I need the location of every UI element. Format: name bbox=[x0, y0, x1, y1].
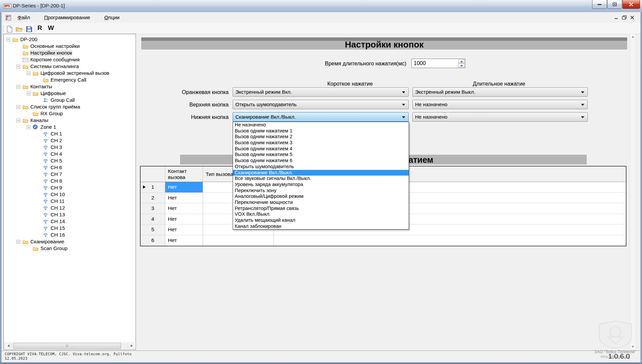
menu-item-1[interactable]: Программирование bbox=[42, 13, 92, 21]
read-button[interactable]: R bbox=[37, 24, 42, 32]
menu-item-0[interactable]: Файл bbox=[16, 13, 32, 21]
contact-cell[interactable]: Нет bbox=[165, 193, 203, 203]
window-minimize-button[interactable] bbox=[592, 0, 607, 9]
tree-item-26[interactable]: CH 13 bbox=[4, 211, 136, 218]
top-short-press-combobox[interactable]: Открыть шумоподавитель bbox=[233, 100, 409, 109]
tree-item-13[interactable]: Zone 1 bbox=[4, 124, 136, 130]
scrollbar-thumb[interactable] bbox=[13, 343, 121, 349]
tree-item-23[interactable]: CH 10 bbox=[4, 191, 136, 198]
contact-cell[interactable]: Нет bbox=[165, 214, 203, 224]
main-vertical-scrollbar[interactable] bbox=[630, 34, 636, 350]
orange-long-press-combobox[interactable]: Экстренный режим Выкл. bbox=[412, 87, 588, 97]
tree-item-28[interactable]: CH 15 bbox=[4, 225, 136, 232]
bottom-short-press-combobox[interactable]: Сканирование Вкл./Выкл. bbox=[233, 112, 409, 122]
dropdown-option-0[interactable]: Не назначено bbox=[233, 122, 409, 128]
dropdown-option-13[interactable]: Переключение мощности bbox=[233, 200, 409, 206]
write-button[interactable]: W bbox=[48, 24, 54, 32]
contact-cell[interactable]: Нет bbox=[165, 224, 203, 235]
tree-item-27[interactable]: CH 14 bbox=[4, 218, 136, 225]
tree-item-19[interactable]: CH 6 bbox=[4, 164, 136, 171]
tree-item-4[interactable]: Системы сигналинга bbox=[4, 63, 136, 70]
tree-item-11[interactable]: RX Group bbox=[4, 110, 136, 117]
dropdown-option-10[interactable]: Уровень заряда аккумулятора bbox=[233, 182, 409, 188]
dropdown-option-8[interactable]: Сканирование Вкл./Выкл. bbox=[233, 170, 409, 176]
row-selector[interactable]: 4 bbox=[141, 214, 165, 224]
contact-cell[interactable]: Нет bbox=[165, 203, 203, 214]
row-selector[interactable]: 6 bbox=[141, 235, 165, 246]
toolbar-grip[interactable] bbox=[3, 26, 4, 32]
contact-cell[interactable]: Нет bbox=[165, 182, 203, 192]
top-long-press-combobox[interactable]: Не назначено bbox=[412, 100, 588, 109]
long-press-time-input[interactable] bbox=[412, 59, 460, 68]
tree-item-22[interactable]: CH 9 bbox=[4, 184, 136, 191]
orange-short-press-combobox[interactable]: Экстренный режим Вкл. bbox=[233, 87, 409, 97]
tree-collapse-icon[interactable] bbox=[17, 240, 20, 244]
tree-collapse-icon[interactable] bbox=[17, 119, 20, 122]
tree-item-0[interactable]: DP-200 bbox=[4, 36, 136, 43]
call-type-cell[interactable] bbox=[203, 235, 274, 246]
dropdown-option-4[interactable]: Вызов одним нажатием 4 bbox=[233, 146, 409, 152]
tree-item-17[interactable]: CH 4 bbox=[4, 151, 136, 157]
new-file-button[interactable] bbox=[5, 25, 13, 33]
dropdown-option-1[interactable]: Вызов одним нажатием 1 bbox=[233, 128, 409, 134]
scroll-right-arrow-icon[interactable] bbox=[128, 342, 134, 349]
dropdown-option-14[interactable]: Ретранслятор/Прямая связь bbox=[233, 206, 409, 212]
title-bar[interactable]: DPS DP-Series - [DP-200-1] bbox=[0, 0, 642, 12]
scroll-left-arrow-icon[interactable] bbox=[4, 342, 11, 349]
tree-item-8[interactable]: Цифровые bbox=[4, 90, 136, 97]
tree-item-25[interactable]: CH 12 bbox=[4, 205, 136, 211]
contact-cell[interactable]: Нет bbox=[165, 235, 203, 246]
tree-item-10[interactable]: Список групп приёма bbox=[4, 103, 136, 110]
tree-item-9[interactable]: Group Call bbox=[4, 97, 136, 103]
row-selector[interactable]: 1 bbox=[141, 182, 165, 192]
tree-item-6[interactable]: Emergency Call bbox=[4, 77, 136, 83]
row-selector[interactable]: 2 bbox=[141, 193, 165, 203]
tree-item-3[interactable]: Короткие сообщения bbox=[4, 56, 136, 63]
dropdown-option-11[interactable]: Переключить зону bbox=[233, 188, 409, 194]
tree-item-5[interactable]: Цифровой экстренный вызов bbox=[4, 70, 136, 77]
tree-item-12[interactable]: Каналы bbox=[4, 117, 136, 124]
combobox-dropdown-list[interactable]: Не назначеноВызов одним нажатием 1Вызов … bbox=[233, 122, 409, 230]
tree-item-2[interactable]: Настройки кнопок bbox=[4, 50, 136, 56]
tree-horizontal-scrollbar[interactable] bbox=[4, 342, 134, 349]
tree-view[interactable]: DP-200Основные настройкиНастройки кнопок… bbox=[3, 34, 136, 350]
mdi-close-button[interactable] bbox=[630, 15, 634, 21]
dropdown-option-12[interactable]: Аналоговый/Цифровой режим bbox=[233, 193, 409, 200]
dropdown-option-3[interactable]: Вызов одним нажатием 3 bbox=[233, 140, 409, 146]
dropdown-option-6[interactable]: Вызов одним нажатием 6 bbox=[233, 158, 409, 164]
tree-collapse-icon[interactable] bbox=[17, 85, 20, 89]
spinner-down-button[interactable] bbox=[458, 63, 465, 67]
dropdown-option-7[interactable]: Открыть шумоподавитель bbox=[233, 164, 409, 170]
dropdown-option-9[interactable]: Все звуковые сигналы Вкл./Выкл. bbox=[233, 176, 409, 182]
tree-collapse-icon[interactable] bbox=[27, 71, 30, 75]
window-maximize-button[interactable] bbox=[607, 0, 622, 9]
tree-item-14[interactable]: CH 1 bbox=[4, 130, 136, 137]
tree-collapse-icon[interactable] bbox=[27, 92, 30, 95]
tree-item-16[interactable]: CH 3 bbox=[4, 144, 136, 151]
tree-item-15[interactable]: CH 2 bbox=[4, 137, 136, 144]
window-close-button[interactable] bbox=[622, 0, 640, 9]
dropdown-option-17[interactable]: Канал заблокирован bbox=[233, 223, 409, 230]
row-selector[interactable]: 3 bbox=[141, 203, 165, 214]
dropdown-option-2[interactable]: Вызов одним нажатием 2 bbox=[233, 134, 409, 140]
tree-item-30[interactable]: Сканирование bbox=[4, 238, 136, 245]
tree-item-31[interactable]: Scan Group bbox=[4, 245, 136, 252]
bottom-long-press-combobox[interactable]: Не назначено bbox=[412, 112, 588, 122]
tree-collapse-icon[interactable] bbox=[17, 105, 20, 109]
tree-collapse-icon[interactable] bbox=[6, 38, 10, 41]
menu-item-2[interactable]: Опции bbox=[102, 13, 121, 21]
dropdown-option-5[interactable]: Вызов одним нажатием 5 bbox=[233, 152, 409, 158]
tree-item-21[interactable]: CH 8 bbox=[4, 178, 136, 184]
dropdown-option-16[interactable]: Удалить мещающий канал bbox=[233, 217, 409, 223]
tree-item-20[interactable]: CH 7 bbox=[4, 171, 136, 178]
tree-item-1[interactable]: Основные настройки bbox=[4, 43, 136, 50]
tree-item-18[interactable]: CH 5 bbox=[4, 157, 136, 164]
scroll-down-arrow-icon[interactable] bbox=[630, 344, 636, 350]
tree-item-29[interactable]: CH 16 bbox=[4, 232, 136, 238]
tree-item-7[interactable]: Контакты bbox=[4, 83, 136, 90]
scroll-up-arrow-icon[interactable] bbox=[630, 34, 636, 40]
tree-item-24[interactable]: CH 11 bbox=[4, 198, 136, 205]
mdi-minimize-button[interactable] bbox=[614, 15, 618, 21]
table-row-6[interactable]: 6Нет bbox=[141, 235, 626, 246]
mdi-restore-button[interactable] bbox=[622, 15, 627, 21]
